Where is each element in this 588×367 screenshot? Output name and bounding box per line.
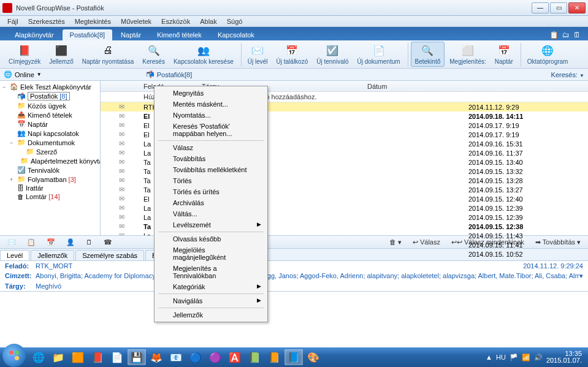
taskbar-pdf-icon[interactable]: 📕 [88,349,107,365]
search-box[interactable]: Keresés: ▼ [551,71,584,78]
start-button[interactable] [2,344,26,367]
ctx-tov-bb-t-s-mell-kletk-nt[interactable]: Továbbítás mellékletként [156,164,266,175]
toolbar-betekint-[interactable]: 🔍Betekintő [411,42,445,67]
taskbar-word-icon[interactable]: 📘 [284,349,303,365]
ctx-t-rl-s-s-r-t-s[interactable]: Törlés és ürítés [156,186,266,197]
tree-alap-rtelmezett-k-nyvt-r[interactable]: 📁Alapértelmezett könyvtár [0,156,100,165]
menu-megtekintés[interactable]: Megtekintés [70,18,116,25]
delete-button[interactable]: 🗑 ▾ [386,237,405,248]
forward-button[interactable]: ➡ Továbbítás ▾ [532,237,584,248]
ctx-archiv-l-s[interactable]: Archiválás [156,197,266,208]
tab-alapkönyvtár[interactable]: Alapkönyvtár [7,29,61,40]
taskbar-outlook-icon[interactable]: 📧 [167,349,185,365]
toolbar-napt-r-nyomtat-sa[interactable]: 🖨Naptár nyomtatása [78,42,138,66]
header-icon[interactable]: 🗓 [573,31,581,39]
prev-icon5[interactable]: 🗒 [82,237,96,247]
ctx-megnyit-s[interactable]: Megnyitás [156,88,266,99]
taskbar-access-icon[interactable]: 🅰️ [226,349,244,365]
taskbar-reader-icon[interactable]: 📄 [108,349,126,365]
taskbar-paint-icon[interactable]: 🎨 [304,349,323,365]
menu-műveletek[interactable]: Műveletek [116,18,156,25]
toolbar--j-tennival-[interactable]: ☑️Új tennivaló [313,42,352,66]
tree-postafi-k[interactable]: 📬Postafiók [8] [0,91,100,101]
ctx-megjelen-t-s-a-tennival-kban[interactable]: Megjelenítés a Tennivalókban [156,263,266,281]
tree-k-z-s-gyek[interactable]: 📁Közös ügyek [0,101,100,110]
preview-tab-jellemzők[interactable]: Jellemzők [31,250,74,260]
menu-eszközök[interactable]: Eszközök [156,18,195,25]
menu-fájl[interactable]: Fájl [2,18,23,25]
tree-lomt-r[interactable]: 🗑Lomtár [14] [0,192,100,201]
tab-kapcsolatok[interactable]: Kapcsolatok [210,29,262,40]
ctx-nyomtat-s-[interactable]: Nyomtatás... [156,110,266,121]
ctx-navig-l-s[interactable]: Navigálás▶ [156,295,266,306]
toolbar-keres-s[interactable]: 🔍Keresés [139,42,169,66]
taskbar-app-icon[interactable]: 🟧 [69,349,87,365]
toolbar-oktat-program[interactable]: 🌐Oktatóprogram [524,42,572,66]
close-button[interactable]: ✕ [568,2,586,13]
taskbar-excel-icon[interactable]: 📗 [245,349,264,365]
taskbar-firefox-icon[interactable]: 🦊 [147,349,166,365]
toolbar--j-dokumentum[interactable]: 📄Új dokumentum [354,42,404,66]
ctx-megjel-l-s-mag-njelleg-k-nt[interactable]: Megjelölés magánjellegűként [156,244,266,263]
prev-icon3[interactable]: 📅 [43,237,59,248]
taskbar-explorer-icon[interactable]: 📁 [49,349,67,365]
tree-napt-r[interactable]: 📅Naptár [0,119,100,129]
ctx-jellemz-k[interactable]: Jellemzők [156,309,266,320]
ctx-v-lt-s-[interactable]: Váltás... [156,208,266,219]
prev-icon6[interactable]: ☎ [100,237,116,248]
col-date[interactable]: Dátum [367,83,465,90]
chevron-down-icon[interactable]: ▼ [579,73,584,78]
tray-up-icon[interactable]: ▲ [486,354,492,361]
prev-icon[interactable]: ✉️ [4,237,20,248]
tree-napi-kapcsolatok[interactable]: 👥Napi kapcsolatok [0,129,100,138]
menu-szerkesztés[interactable]: Szerkesztés [23,18,70,25]
prev-icon4[interactable]: 👤 [63,237,78,248]
toolbar-jellemz-[interactable]: ⬛Jellemző [45,42,77,66]
tab-naptár[interactable]: Naptár [113,29,148,40]
prev-icon2[interactable]: 📋 [23,237,39,248]
tree-szerz-[interactable]: 📁Szerző [0,147,100,156]
reply-button[interactable]: ↩ Válasz [409,237,444,248]
ctx-lev-lszem-t[interactable]: Levélszemét▶ [156,219,266,230]
ctx-tov-bb-t-s[interactable]: Továbbítás [156,153,266,164]
menu-ablak[interactable]: Ablak [195,18,222,25]
tree-folyamatban[interactable]: +📁Folyamatban [3] [0,175,100,184]
tree-dokumentumok[interactable]: −📁Dokumentumok [0,138,100,147]
chevron-down-icon[interactable]: ▾ [579,272,583,280]
tray-clock[interactable]: 13:35 2015.01.07. [546,350,582,364]
toolbar-megjelen-t-s-[interactable]: ⬜Megjelenítés: [446,42,489,66]
ctx-t-rl-s[interactable]: Törlés [156,175,266,186]
online-label[interactable]: Online [15,71,34,78]
ctx-ment-s-m-sk-nt-[interactable]: Mentés másként... [156,99,266,110]
chevron-down-icon[interactable]: ▼ [37,72,42,77]
menu-súgó[interactable]: Súgó [222,18,248,25]
taskbar-ie-icon[interactable]: 🌐 [29,349,48,365]
ctx-v-lasz[interactable]: Válasz [156,142,266,153]
preview-tab-levél[interactable]: Levél [0,250,29,260]
tree-elek-teszt-alapk-nyvt-r[interactable]: −🏠Elek Teszt Alapkönyvtár [0,82,100,91]
taskbar-onenote-icon[interactable]: 🟣 [206,349,224,365]
tray-network-icon[interactable]: 📶 [522,354,530,361]
toolbar-napt-r[interactable]: 📅Naptár [491,42,517,66]
toolbar-kapcsolatok-keres-se[interactable]: 👥Kapcsolatok keresése [170,42,237,66]
tab-kimenő tételek[interactable]: Kimenő tételek [150,29,209,40]
taskbar-save-icon[interactable]: 💾 [128,349,146,365]
tray-flag-icon[interactable]: 🏳️ [510,354,518,361]
tree-tennival-k[interactable]: ☑️Tennivalók [0,165,100,175]
header-icon[interactable]: 🗂 [562,31,570,39]
tree-kimen-t-telek[interactable]: 📤Kimenő tételek [0,110,100,119]
preview-tab-személyre szabás[interactable]: Személyre szabás [75,250,144,260]
breadcrumb[interactable]: 📬 Postafiók[8] [146,70,192,78]
minimize-button[interactable]: — [532,2,549,13]
maximize-button[interactable]: ▭ [550,2,567,13]
toolbar-c-mjegyz-k[interactable]: 📕Címjegyzék [5,42,44,66]
taskbar-chrome-icon[interactable]: 🔵 [186,349,205,365]
tab-postafiók[8][interactable]: Postafiók[8] [63,29,112,40]
ctx-kateg-ri-k[interactable]: Kategóriák▶ [156,281,266,292]
toolbar--j-lev-l[interactable]: ✉️Új levél [244,42,272,66]
tray-lang[interactable]: HU [496,354,506,361]
ctx-olvas-s-k-s-bb[interactable]: Olvasás később [156,233,266,244]
header-icon[interactable]: 📋 [549,31,559,39]
ctx-keres-s-postafi-k-mapp-ban-helyen-[interactable]: Keresés 'Postafiók' mappában helyen... [156,121,266,139]
tray-sound-icon[interactable]: 🔊 [534,354,543,361]
